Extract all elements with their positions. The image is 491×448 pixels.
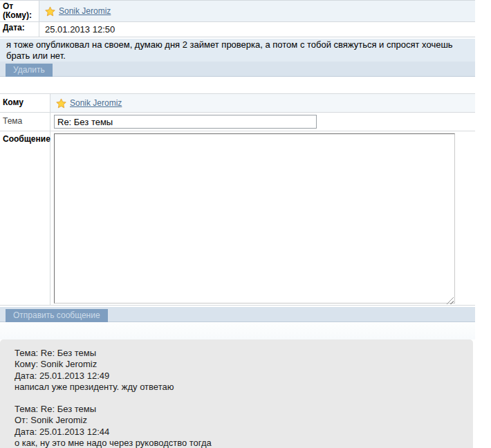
received-message-header: От (Кому): Sonik Jeromiz Дата: 25.01.201… (0, 0, 475, 37)
date-value-cell: 25.01.2013 12:50 (39, 22, 475, 37)
message-textarea[interactable] (54, 133, 455, 304)
history-line: о как, ну это мне надо через руководство… (15, 438, 459, 448)
to-value-cell: Sonik Jeromiz (50, 94, 475, 112)
private-message-page: От (Кому): Sonik Jeromiz Дата: 25.01.201… (0, 0, 491, 448)
subject-input[interactable] (54, 115, 317, 129)
history-line: Дата: 25.01.2013 12:49 (15, 371, 459, 382)
date-row: Дата: 25.01.2013 12:50 (0, 22, 475, 37)
date-value: 25.01.2013 12:50 (45, 24, 115, 35)
subject-label: Тема (0, 113, 50, 131)
message-label: Сообщение (0, 131, 50, 305)
favorite-star-icon[interactable] (56, 98, 66, 109)
compose-form: Кому Sonik Jeromiz Тема Сообщение (0, 93, 475, 306)
history-line: Тема: Re: Без темы (15, 404, 459, 415)
from-label: От (Кому): (0, 1, 39, 21)
recipient-link[interactable]: Sonik Jeromiz (70, 98, 122, 108)
send-button-bar: Отправить сообщение (0, 307, 475, 322)
delete-button[interactable]: Удалить (6, 64, 53, 77)
date-label: Дата: (0, 22, 39, 37)
received-message-body: я тоже опубликовал на своем, думаю дня 2… (0, 39, 475, 62)
from-row: От (Кому): Sonik Jeromiz (0, 1, 475, 22)
favorite-star-icon[interactable] (45, 6, 55, 17)
history-line: Дата: 25.01.2013 12:44 (15, 427, 459, 438)
delete-button-bar: Удалить (0, 62, 475, 77)
history-line: Тема: Re: Без темы (15, 348, 459, 359)
send-button[interactable]: Отправить сообщение (6, 309, 108, 322)
to-label: Кому (0, 94, 50, 112)
to-row: Кому Sonik Jeromiz (0, 94, 475, 113)
message-row: Сообщение (0, 131, 475, 306)
subject-row: Тема (0, 113, 475, 131)
history-line: Кому: Sonik Jeromiz (15, 359, 459, 370)
history-line: написал уже президенту. жду ответаю (15, 382, 459, 393)
subject-value-cell (50, 113, 475, 131)
fade-strip (0, 322, 475, 339)
sender-link[interactable]: Sonik Jeromiz (59, 6, 111, 16)
from-value-cell: Sonik Jeromiz (39, 1, 475, 21)
message-value-cell (50, 131, 475, 305)
message-history-box: Тема: Re: Без темы Кому: Sonik Jeromiz Д… (0, 339, 473, 448)
history-line: От: Sonik Jeromiz (15, 415, 459, 426)
